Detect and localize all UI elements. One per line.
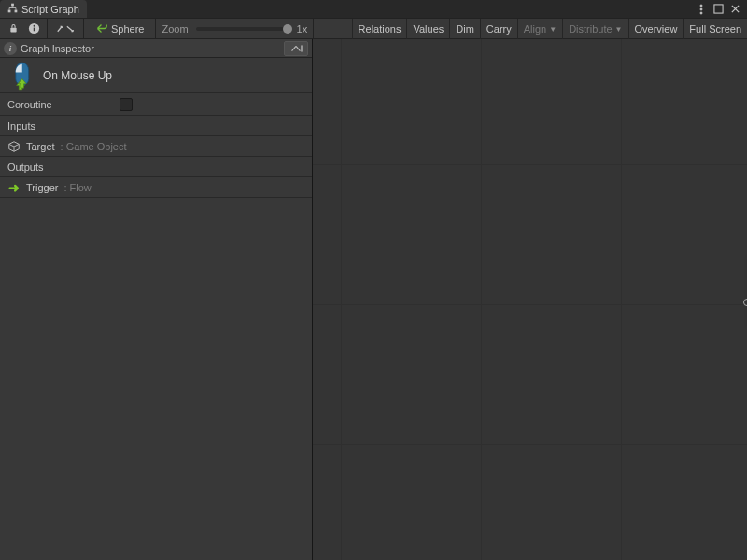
object-breadcrumb[interactable]: Sphere bbox=[88, 20, 151, 38]
object-label: Sphere bbox=[111, 23, 144, 35]
collapse-icon bbox=[289, 44, 303, 53]
zoom-slider[interactable] bbox=[196, 27, 289, 31]
zoom-control: Zoom 1x bbox=[156, 19, 314, 38]
svg-rect-11 bbox=[301, 45, 302, 51]
inspector-header-label: Graph Inspector bbox=[21, 43, 94, 54]
overview-button[interactable]: Overview bbox=[628, 19, 684, 39]
toolbar: Sphere Zoom 1x Relations Values Dim Carr… bbox=[0, 19, 747, 39]
graph-arrows-button[interactable] bbox=[51, 21, 79, 37]
port-name: Target bbox=[26, 141, 55, 152]
graph-canvas[interactable]: On Mouse Up Event Target This Trigg bbox=[313, 39, 747, 560]
close-icon[interactable] bbox=[728, 3, 741, 16]
svg-point-10 bbox=[33, 25, 35, 27]
zoom-slider-knob[interactable] bbox=[283, 24, 292, 34]
chevron-down-icon: ▼ bbox=[549, 25, 557, 34]
lock-icon bbox=[8, 23, 19, 34]
port-type: Game Object bbox=[66, 141, 127, 152]
port-type: Flow bbox=[70, 182, 92, 193]
hierarchy-icon bbox=[7, 3, 18, 15]
zoom-label: Zoom bbox=[162, 23, 188, 35]
cube-icon bbox=[7, 140, 21, 153]
values-button[interactable]: Values bbox=[406, 19, 449, 39]
zoom-value: 1x bbox=[297, 23, 308, 35]
svg-rect-2 bbox=[15, 10, 18, 13]
dim-button[interactable]: Dim bbox=[449, 19, 480, 39]
inputs-section-header: Inputs bbox=[0, 116, 312, 136]
svg-point-3 bbox=[700, 5, 702, 7]
collapse-panel-button[interactable] bbox=[284, 41, 308, 56]
input-port-target: Target : Game Object bbox=[0, 136, 312, 157]
coroutine-label: Coroutine bbox=[7, 99, 120, 110]
svg-point-4 bbox=[700, 8, 702, 10]
tab-script-graph[interactable]: Script Graph bbox=[0, 0, 87, 18]
svg-rect-0 bbox=[11, 4, 14, 7]
chevron-down-icon: ▼ bbox=[615, 25, 623, 34]
svg-rect-9 bbox=[33, 28, 34, 32]
coroutine-row: Coroutine bbox=[0, 93, 312, 116]
outputs-section-header: Outputs bbox=[0, 157, 312, 177]
output-port-trigger: ➜ Trigger : Flow bbox=[0, 177, 312, 198]
titlebar: Script Graph bbox=[0, 0, 747, 19]
info-icon: i bbox=[4, 42, 17, 55]
svg-rect-6 bbox=[713, 5, 722, 13]
tab-label: Script Graph bbox=[21, 4, 79, 15]
mouse-event-icon bbox=[7, 63, 34, 89]
relations-button[interactable]: Relations bbox=[352, 19, 407, 39]
port-name: Trigger bbox=[26, 182, 58, 193]
svg-rect-7 bbox=[10, 28, 16, 33]
info-icon bbox=[28, 22, 40, 35]
svg-rect-1 bbox=[8, 10, 11, 13]
inspector-node-title: On Mouse Up bbox=[43, 69, 112, 82]
info-button[interactable] bbox=[24, 21, 43, 37]
svg-point-5 bbox=[700, 12, 702, 14]
flow-arrow-icon: ➜ bbox=[7, 181, 21, 194]
canvas-grid bbox=[313, 39, 747, 560]
maximize-icon[interactable] bbox=[712, 3, 725, 16]
graph-inspector-panel: i Graph Inspector On Mouse Up bbox=[0, 39, 313, 560]
lock-button[interactable] bbox=[4, 21, 22, 37]
distribute-dropdown[interactable]: Distribute▼ bbox=[562, 19, 627, 39]
inspector-header: i Graph Inspector bbox=[0, 39, 312, 58]
return-arrow-icon bbox=[95, 22, 107, 35]
align-dropdown[interactable]: Align▼ bbox=[517, 19, 562, 39]
arrows-icon bbox=[55, 23, 76, 35]
carry-button[interactable]: Carry bbox=[480, 19, 517, 39]
input-port-ring[interactable] bbox=[743, 299, 747, 306]
kebab-icon[interactable] bbox=[695, 3, 708, 16]
coroutine-checkbox[interactable] bbox=[120, 98, 133, 111]
inspector-node-title-row: On Mouse Up bbox=[0, 58, 312, 93]
fullscreen-button[interactable]: Full Screen bbox=[683, 19, 747, 39]
